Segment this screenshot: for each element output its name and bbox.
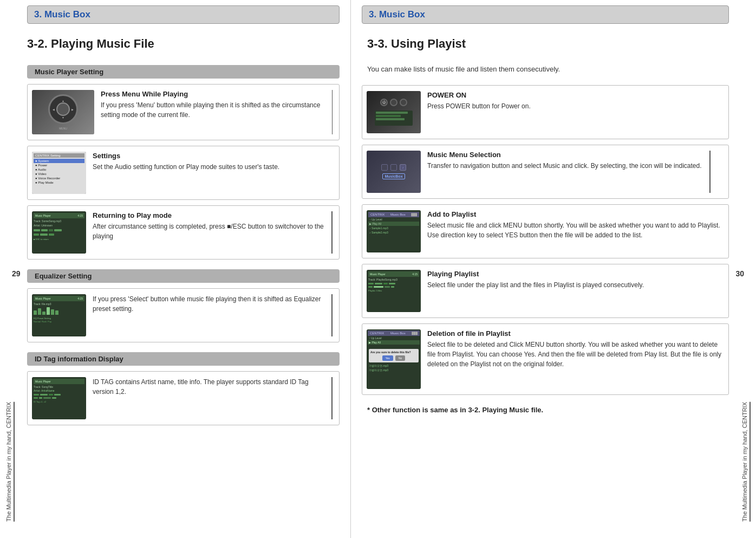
left-brand-label: The Multimedia Player in my hand, CENTRI… <box>5 402 12 522</box>
power-device: ⏻ <box>367 91 421 133</box>
add-menu-tab: Music Box <box>390 213 406 216</box>
power-on-text: POWER ON Press POWER button for Power on… <box>427 91 531 111</box>
left-page-number: 29 <box>12 269 21 278</box>
musicbox-logo: MusicBox <box>382 173 405 179</box>
delete-dialog: Are you sure to delete this file? Yes No <box>369 349 419 362</box>
del-battery: ███ <box>412 332 418 335</box>
power-on-title: POWER ON <box>427 91 531 99</box>
id-tag-text: ID TAG contains Artist name, title info.… <box>93 377 324 397</box>
del-centrix-brand: CENTRIX <box>370 332 384 335</box>
equalizer-image: Music Player4:15 Track: file.mp3 EQ Pres… <box>32 294 86 336</box>
settings-item-video: ● Video <box>34 172 84 176</box>
id-tag-band: ID Tag information Display <box>27 352 340 366</box>
id-tag-block: Music Player Track: SongTitle Artist: Ar… <box>27 371 340 425</box>
del-play-all: ▶ Play All <box>368 340 420 345</box>
delete-btn-row[interactable]: Yes No <box>370 355 417 361</box>
right-header-title: 3. Music Box <box>369 9 425 20</box>
playing-playlist-title: Playing Playlist <box>427 270 644 278</box>
left-section-title: 3-2. Playing Music File <box>27 37 350 51</box>
add-playlist-text: Add to Playlist Select music file and cl… <box>427 210 723 240</box>
equalizer-device: Music Player4:15 Track: file.mp3 EQ Pres… <box>32 294 86 336</box>
deletion-text: Deletion of file in Playlist Select file… <box>427 329 723 369</box>
deletion-body: Select file to be deleted and Click MENU… <box>427 340 723 369</box>
add-playlist-body: Select music file and click MENU button … <box>427 221 723 240</box>
equalizer-block: Music Player4:15 Track: file.mp3 EQ Pres… <box>27 288 340 342</box>
right-section-title: 3-3. Using Playist <box>367 37 756 51</box>
add-play-all: ▶ Play All <box>368 222 419 226</box>
add-battery: ███ <box>411 213 417 216</box>
press-menu-title: Press Menu While Playing <box>101 90 324 98</box>
add-centrix-header: CENTRIX Music Box ███ <box>368 212 419 217</box>
music-player-device: ▲ ▼ ◀ ▶ MENU <box>32 90 94 134</box>
deletion-device: CENTRIX Music Box ███ ↑ Up Level ▶ Play … <box>367 329 421 389</box>
musicbox-device: ♪ MusicBox <box>367 151 421 193</box>
add-playlist-device: CENTRIX Music Box ███ ↑ Up Level ▶ Play … <box>367 210 421 252</box>
add-song1: ♪ Sample1.mp3 <box>368 226 419 230</box>
playing-playlist-body: Select file under the play list and the … <box>427 280 644 290</box>
del-dialog-title: Are you sure to delete this file? <box>370 351 417 354</box>
right-page-header: 3. Music Box <box>362 5 729 24</box>
del-centrix-header: CENTRIX Music Box ███ <box>368 330 420 336</box>
settings-device: CENTRIX Setting ● System ● Power ● Audio… <box>32 152 86 194</box>
press-menu-body: If you press 'Menu' button while playing… <box>101 100 324 120</box>
settings-item-audio: ● Audio <box>34 167 84 172</box>
del-song2: 가볍마오면.mp3 <box>368 368 420 372</box>
power-on-image: ⏻ <box>367 91 421 133</box>
left-brand-text: The Multimedia Player in my hand, CENTRI… <box>5 402 15 522</box>
equalizer-body: If you press 'Select' button while music… <box>93 294 324 314</box>
settings-item-system: ● System <box>34 159 84 163</box>
returning-body: After circumstance setting is completed,… <box>93 222 324 241</box>
add-song2: ♪ Sample2.mp3 <box>368 230 419 235</box>
equalizer-setting-band: Equalizer Setting <box>27 269 340 283</box>
delete-yes-btn[interactable]: Yes <box>382 355 393 361</box>
settings-body: Set the Audio setting function or Play m… <box>93 162 279 172</box>
playing-playlist-image: Music Player4:15 Track: PlaylistSong.mp3… <box>367 270 421 312</box>
equalizer-text: If you press 'Select' button while music… <box>93 294 324 314</box>
playing-playlist-device: Music Player4:15 Track: PlaylistSong.mp3… <box>367 270 421 312</box>
press-menu-image: ▲ ▼ ◀ ▶ MENU <box>32 90 94 134</box>
press-menu-divider <box>332 90 333 134</box>
equalizer-label: Equalizer Setting <box>35 272 92 280</box>
music-menu-block: ♪ MusicBox Music Menu Selection Transfer… <box>362 145 729 199</box>
settings-image: CENTRIX Setting ● System ● Power ● Audio… <box>32 152 86 194</box>
del-uplevel: ↑ Up Level <box>368 336 420 340</box>
right-brand-label: The Multimedia Player in my hand, CENTRI… <box>741 402 748 522</box>
returning-text: Returning to Play mode After circumstanc… <box>93 211 324 241</box>
press-menu-block: ▲ ▼ ◀ ▶ MENU Press Menu While Playing If… <box>27 84 340 140</box>
page-left: 3. Music Box 3-2. Playing Music File Mus… <box>0 0 351 538</box>
deletion-block: CENTRIX Music Box ███ ↑ Up Level ▶ Play … <box>362 323 729 395</box>
id-tag-divider <box>331 377 333 419</box>
left-page-header: 3. Music Box <box>27 5 340 24</box>
music-menu-title: Music Menu Selection <box>427 151 702 159</box>
right-footer-note: * Other function is same as in 3-2. Play… <box>367 406 729 414</box>
delete-no-btn[interactable]: No <box>395 355 405 361</box>
id-tag-image: Music Player Track: SongTitle Artist: Ar… <box>32 377 86 419</box>
add-playlist-title: Add to Playlist <box>427 210 723 218</box>
right-brand-text: The Multimedia Player in my hand, CENTRI… <box>741 402 751 522</box>
id-tag-device: Music Player Track: SongTitle Artist: Ar… <box>32 377 86 419</box>
right-page-number: 30 <box>735 269 744 278</box>
returning-device: Music Player4:15 Track: SomeSong.mp3 Art… <box>32 211 86 254</box>
equalizer-divider <box>331 294 333 336</box>
id-tag-body: ID TAG contains Artist name, title info.… <box>93 377 324 397</box>
music-menu-image: ♪ MusicBox <box>367 151 421 193</box>
settings-item-power: ● Power <box>34 163 84 167</box>
add-playlist-image: CENTRIX Music Box ███ ↑ Up Level ▶ Play … <box>367 210 421 252</box>
returning-image: Music Player4:15 Track: SomeSong.mp3 Art… <box>32 211 86 254</box>
del-menu-tab: Music Box <box>390 332 406 335</box>
playing-playlist-block: Music Player4:15 Track: PlaylistSong.mp3… <box>362 264 729 318</box>
settings-header: CENTRIX Setting <box>34 153 84 158</box>
add-playlist-block: CENTRIX Music Box ███ ↑ Up Level ▶ Play … <box>362 204 729 258</box>
music-player-setting-label: Music Player Setting <box>35 68 103 76</box>
power-on-block: ⏻ POWER ON Press POWER button for Power … <box>362 85 729 139</box>
page-right: 3. Music Box 3-3. Using Playist You can … <box>351 0 756 538</box>
returning-block: Music Player4:15 Track: SomeSong.mp3 Art… <box>27 205 340 260</box>
music-menu-text: Music Menu Selection Transfer to navigat… <box>427 151 702 171</box>
deletion-title: Deletion of file in Playlist <box>427 329 723 338</box>
playing-playlist-text: Playing Playlist Select file under the p… <box>427 270 644 290</box>
music-menu-body: Transfer to navigation button and select… <box>427 161 702 171</box>
settings-title: Settings <box>93 152 279 160</box>
music-menu-divider <box>709 151 711 193</box>
settings-item-voice: ● Voice Recorder <box>34 176 84 180</box>
settings-block: CENTRIX Setting ● System ● Power ● Audio… <box>27 146 340 200</box>
